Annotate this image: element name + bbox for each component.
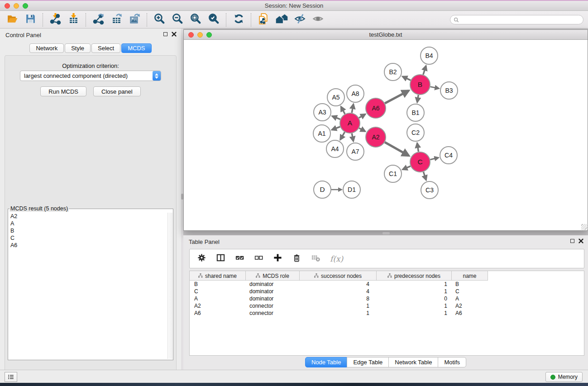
graph-edge-A-A3[interactable]: [332, 116, 340, 119]
graph-edge-A-A7[interactable]: [352, 133, 353, 141]
table-cell[interactable]: 1: [377, 288, 452, 295]
table-cell[interactable]: 8: [300, 295, 377, 302]
zoom-in-button[interactable]: [152, 13, 167, 27]
column-header-predecessor-nodes[interactable]: predecessor nodes: [377, 271, 452, 281]
table-cell[interactable]: 1: [377, 310, 452, 317]
graph-node-A4[interactable]: A4: [326, 140, 344, 157]
close-network-window-button[interactable]: [188, 32, 194, 38]
graph-edge-C-C4[interactable]: [430, 157, 438, 159]
window-resize-grip[interactable]: [581, 224, 587, 230]
graph-node-C[interactable]: C: [410, 152, 430, 172]
tab-node-table[interactable]: Node Table: [305, 357, 348, 367]
zoom-network-window-button[interactable]: [206, 32, 212, 38]
float-panel-icon[interactable]: [163, 32, 167, 36]
mcds-result-item[interactable]: C: [9, 234, 167, 242]
tab-style[interactable]: Style: [65, 43, 91, 53]
table-cell[interactable]: 4: [300, 281, 377, 288]
graph-node-A7[interactable]: A7: [347, 143, 364, 160]
network-canvas[interactable]: B4B2BB3A8A5A3A6B1AA1A2C2A4A7CC4C1C3DD1: [184, 40, 588, 230]
clone-network-button[interactable]: [256, 13, 271, 27]
table-row[interactable]: A6connector11A6: [190, 310, 584, 317]
graph-edge-A-A2[interactable]: [359, 128, 365, 131]
gear-button[interactable]: [197, 253, 206, 264]
zoom-out-button[interactable]: [170, 13, 185, 27]
export-image-button[interactable]: [127, 13, 142, 27]
hide-panel-button[interactable]: [292, 13, 307, 27]
select-all-button[interactable]: [235, 253, 244, 264]
graph-edge-A-A6[interactable]: [359, 114, 365, 118]
graph-edge-A-A1[interactable]: [332, 127, 340, 130]
table-cell[interactable]: connector: [246, 302, 300, 310]
graph-node-A8[interactable]: A8: [347, 85, 364, 102]
graph-edge-B-B2[interactable]: [402, 76, 411, 80]
network-window-titlebar[interactable]: testGlobe.txt: [184, 30, 588, 40]
table-cell[interactable]: 0: [377, 295, 452, 302]
network-home-button[interactable]: [274, 13, 289, 27]
graph-node-A1[interactable]: A1: [313, 125, 330, 142]
mcds-result-item[interactable]: A: [9, 220, 167, 227]
export-network-button[interactable]: [91, 13, 105, 27]
column-header-successor-nodes[interactable]: successor nodes: [300, 271, 377, 281]
graph-edge-A2-C[interactable]: [385, 142, 409, 156]
search-field[interactable]: [450, 15, 583, 24]
table-cell[interactable]: 4: [300, 288, 377, 295]
tab-motifs[interactable]: Motifs: [438, 357, 466, 367]
graph-node-C2[interactable]: C2: [407, 124, 424, 141]
close-table-panel-icon[interactable]: [578, 238, 583, 243]
graph-edge-A-A8[interactable]: [352, 104, 354, 113]
column-header-name[interactable]: name: [452, 271, 488, 281]
graph-node-B[interactable]: B: [410, 75, 430, 95]
mcds-result-item[interactable]: A2: [9, 213, 167, 220]
table-cell[interactable]: A2: [452, 302, 488, 310]
tab-edge-table[interactable]: Edge Table: [347, 357, 389, 367]
task-history-button[interactable]: [5, 372, 17, 382]
memory-button[interactable]: Memory: [545, 372, 583, 382]
result-scrollbar[interactable]: [167, 213, 172, 359]
graph-edge-C-C2[interactable]: [417, 143, 419, 152]
column-header-mcds-role[interactable]: MCDS role: [246, 271, 300, 281]
graph-node-C3[interactable]: C3: [421, 181, 438, 199]
graph-node-D1[interactable]: D1: [343, 181, 360, 198]
table-cell[interactable]: connector: [246, 310, 300, 317]
graph-edge-A-A5[interactable]: [341, 107, 345, 114]
graph-node-A6[interactable]: A6: [366, 98, 386, 118]
graph-node-B4[interactable]: B4: [421, 47, 438, 64]
graph-node-A3[interactable]: A3: [314, 104, 331, 121]
table-cell[interactable]: B: [190, 281, 246, 288]
table-row[interactable]: Adominator80A: [190, 295, 584, 302]
add-column-button[interactable]: [273, 253, 282, 264]
table-cell[interactable]: 1: [300, 310, 377, 317]
minimize-window-button[interactable]: [14, 3, 19, 9]
delete-button[interactable]: [292, 253, 301, 264]
graph-edge-C-C3[interactable]: [423, 172, 426, 180]
search-input[interactable]: [459, 17, 583, 23]
graph-edge-B-B4[interactable]: [423, 66, 426, 75]
graph-edge-B-B1[interactable]: [417, 95, 419, 102]
criterion-select[interactable]: largest connected component (directed): [20, 71, 161, 81]
table-cell[interactable]: 1: [377, 281, 452, 288]
tab-network-table[interactable]: Network Table: [388, 357, 438, 367]
import-network-button[interactable]: [48, 13, 62, 27]
graph-node-B2[interactable]: B2: [384, 63, 402, 81]
tab-network[interactable]: Network: [29, 43, 64, 53]
table-cell[interactable]: A: [452, 295, 488, 302]
float-table-panel-icon[interactable]: [570, 239, 574, 243]
close-panel-button[interactable]: Close panel: [93, 86, 141, 96]
table-cell[interactable]: A6: [452, 310, 488, 317]
minimize-network-window-button[interactable]: [197, 32, 203, 38]
birdseye-button[interactable]: [311, 13, 325, 27]
table-cell[interactable]: 1: [377, 302, 452, 310]
tab-mcds[interactable]: MCDS: [121, 43, 151, 53]
graph-node-B1[interactable]: B1: [407, 104, 424, 121]
table-cell[interactable]: 1: [300, 302, 377, 310]
table-cell[interactable]: C: [452, 288, 488, 295]
graph-node-D[interactable]: D: [314, 181, 331, 198]
mcds-result-item[interactable]: A6: [9, 242, 167, 249]
graph-edge-C-C1[interactable]: [403, 166, 411, 170]
table-cell[interactable]: B: [452, 281, 488, 288]
column-display-button[interactable]: [216, 253, 225, 264]
horizontal-splitter-handle[interactable]: [382, 232, 390, 234]
close-panel-icon[interactable]: [172, 32, 177, 37]
table-row[interactable]: Cdominator41C: [190, 288, 584, 295]
export-table-button[interactable]: [109, 13, 124, 27]
